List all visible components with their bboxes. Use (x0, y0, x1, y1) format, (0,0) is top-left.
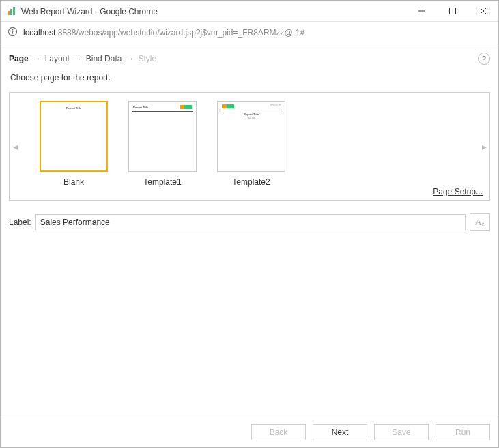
template-blank[interactable]: Report Title Blank (40, 101, 108, 200)
close-button[interactable] (468, 1, 498, 21)
thumb-logo-icon (180, 105, 192, 109)
font-style-button[interactable]: Az (470, 213, 490, 231)
template-template2[interactable]: 0000-00-00 Report Title Sub title Templa… (217, 101, 285, 200)
step-arrow-icon: → (126, 54, 134, 63)
app-bars-icon (6, 5, 17, 16)
thumb-rule (132, 111, 193, 112)
step-style: Style (138, 54, 156, 63)
step-page[interactable]: Page (9, 54, 29, 63)
maximize-button[interactable] (437, 1, 468, 21)
svg-rect-9 (12, 31, 13, 33)
maximize-icon (449, 8, 456, 14)
thumb-date: 0000-00-00 (270, 104, 281, 107)
window-controls (406, 1, 498, 21)
url-host: localhost (23, 28, 55, 38)
help-icon: ? (482, 55, 486, 63)
template-template1[interactable]: Report Title Template1 (128, 101, 197, 200)
minimize-button[interactable] (406, 1, 437, 21)
font-icon-small: z (482, 220, 485, 227)
save-button[interactable]: Save (374, 424, 429, 440)
url-text[interactable]: localhost:8888/webos/app/webstudio/wizar… (23, 28, 304, 38)
template-caption: Template1 (143, 177, 181, 187)
close-icon (480, 8, 487, 14)
template-thumb-template1: Report Title (128, 101, 197, 172)
thumb-subtitle: Sub title (218, 117, 285, 119)
next-button[interactable]: Next (313, 424, 367, 440)
font-icon: A (475, 217, 481, 228)
wizard-steps: Page → Layout → Bind Data → Style ? (9, 50, 490, 68)
svg-rect-4 (449, 8, 455, 14)
thumb-title: Report Title (41, 106, 106, 110)
label-row: Label: Az (9, 213, 490, 231)
page-setup-link[interactable]: Page Setup... (433, 187, 483, 196)
url-path: :8888/webos/app/webstudio/wizard.jsp?j$v… (55, 28, 304, 38)
thumb-logo-icon (222, 104, 234, 108)
minimize-icon (418, 8, 425, 14)
template-thumb-blank: Report Title (40, 101, 108, 172)
svg-rect-0 (8, 11, 10, 15)
chevron-left-icon: ◂ (13, 141, 18, 152)
app-window: Web Report Wizard - Google Chrome (0, 0, 499, 448)
label-caption: Label: (9, 218, 31, 227)
page-subtitle: Choose page for the report. (10, 73, 490, 83)
templates-panel: ◂ Report Title Blank Report Title Templa… (9, 92, 490, 201)
step-bind-data[interactable]: Bind Data (86, 54, 122, 63)
wizard-footer: Back Next Save Run (1, 417, 498, 447)
back-button[interactable]: Back (251, 424, 306, 440)
info-icon[interactable] (8, 27, 18, 39)
address-bar: localhost:8888/webos/app/webstudio/wizar… (1, 22, 498, 44)
svg-rect-1 (10, 9, 12, 15)
svg-rect-2 (13, 7, 15, 15)
templates-next-button[interactable]: ▸ (479, 93, 489, 200)
label-input[interactable] (35, 214, 466, 230)
svg-point-8 (12, 29, 14, 31)
template-caption: Blank (63, 177, 84, 187)
help-button[interactable]: ? (478, 53, 490, 65)
wizard-body: Page → Layout → Bind Data → Style ? Choo… (1, 44, 498, 417)
step-arrow-icon: → (74, 54, 82, 63)
templates-prev-button[interactable]: ◂ (10, 93, 20, 200)
chevron-right-icon: ▸ (482, 141, 487, 152)
template-thumb-template2: 0000-00-00 Report Title Sub title (217, 101, 285, 172)
step-layout[interactable]: Layout (45, 54, 70, 63)
run-button[interactable]: Run (436, 424, 490, 440)
window-title: Web Report Wizard - Google Chrome (21, 6, 406, 16)
templates-list: Report Title Blank Report Title Template… (20, 93, 479, 200)
titlebar: Web Report Wizard - Google Chrome (1, 1, 498, 22)
thumb-title: Report Title (218, 113, 285, 116)
step-arrow-icon: → (33, 54, 41, 63)
thumb-rule (220, 110, 282, 110)
template-caption: Template2 (232, 177, 270, 187)
thumb-title: Report Title (133, 106, 148, 109)
